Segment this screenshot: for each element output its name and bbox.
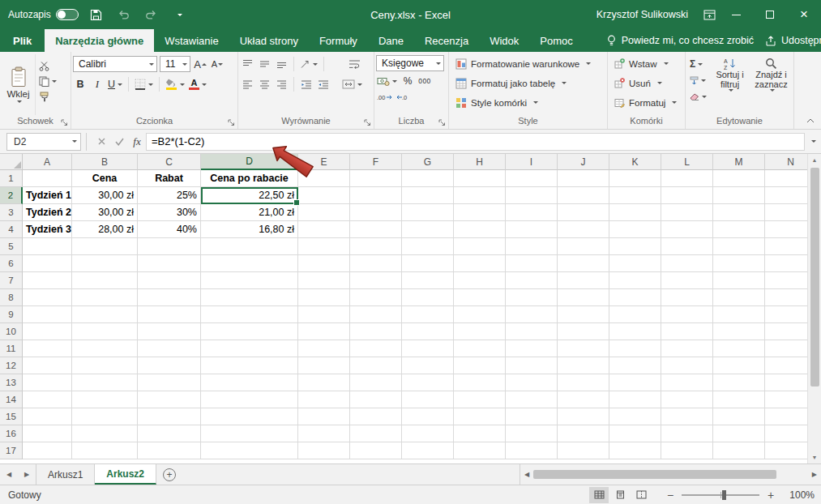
cell-L5[interactable] — [661, 238, 713, 255]
horizontal-scroll-thumb[interactable] — [533, 470, 776, 479]
conditional-formatting-button[interactable]: Formatowanie warunkowe — [451, 54, 605, 73]
cell-E6[interactable] — [298, 255, 350, 272]
cell-M3[interactable] — [713, 204, 765, 221]
cell-C13[interactable] — [138, 374, 201, 391]
increase-decimal-button[interactable]: .00 — [376, 89, 393, 105]
cell-C3[interactable]: 30% — [138, 204, 201, 221]
cell-A7[interactable] — [23, 272, 72, 289]
cell-L9[interactable] — [661, 306, 713, 323]
cell-D1[interactable]: Cena po rabacie — [201, 170, 298, 187]
align-middle-button[interactable] — [257, 56, 272, 72]
cell-K10[interactable] — [609, 323, 661, 340]
cell-N1[interactable] — [765, 170, 807, 187]
align-bottom-button[interactable] — [274, 56, 289, 72]
cell-D9[interactable] — [201, 306, 298, 323]
cell-E15[interactable] — [298, 408, 350, 425]
alignment-dialog-launcher[interactable] — [362, 117, 372, 127]
borders-button[interactable] — [134, 76, 154, 92]
clear-button[interactable] — [690, 90, 707, 103]
cell-K1[interactable] — [609, 170, 661, 187]
tab-review[interactable]: Recenzja — [414, 29, 479, 52]
scroll-down-icon[interactable]: ▼ — [812, 451, 818, 463]
cell-M5[interactable] — [713, 238, 765, 255]
row-header-16[interactable]: 16 — [0, 425, 23, 442]
tab-view[interactable]: Widok — [479, 29, 529, 52]
row-header-17[interactable]: 17 — [0, 442, 23, 459]
column-header-I[interactable]: I — [506, 154, 558, 170]
row-header-2[interactable]: 2 — [0, 187, 23, 204]
cell-H6[interactable] — [454, 255, 506, 272]
cell-D5[interactable] — [201, 238, 298, 255]
cell-I17[interactable] — [506, 442, 558, 459]
cell-I8[interactable] — [506, 289, 558, 306]
cell-styles-button[interactable]: Style komórki — [451, 93, 605, 112]
zoom-out-button[interactable]: − — [664, 489, 677, 502]
cell-B15[interactable] — [72, 408, 138, 425]
cell-L6[interactable] — [661, 255, 713, 272]
cell-H11[interactable] — [454, 340, 506, 357]
cell-M17[interactable] — [713, 442, 765, 459]
cell-L11[interactable] — [661, 340, 713, 357]
cell-M12[interactable] — [713, 357, 765, 374]
zoom-slider[interactable] — [682, 494, 759, 496]
cell-L7[interactable] — [661, 272, 713, 289]
cell-A15[interactable] — [23, 408, 72, 425]
cell-B11[interactable] — [72, 340, 138, 357]
cell-D13[interactable] — [201, 374, 298, 391]
cell-F5[interactable] — [350, 238, 402, 255]
cell-G4[interactable] — [402, 221, 454, 238]
cell-M4[interactable] — [713, 221, 765, 238]
cell-I15[interactable] — [506, 408, 558, 425]
cell-C12[interactable] — [138, 357, 201, 374]
name-box[interactable]: D2 — [6, 133, 81, 151]
tab-data[interactable]: Dane — [368, 29, 414, 52]
page-break-view-button[interactable] — [631, 487, 651, 503]
column-header-G[interactable]: G — [402, 154, 454, 170]
cell-K6[interactable] — [609, 255, 661, 272]
cut-button[interactable] — [39, 59, 57, 72]
cell-L1[interactable] — [661, 170, 713, 187]
cell-G9[interactable] — [402, 306, 454, 323]
hscroll-right-icon[interactable]: ▶ — [808, 471, 821, 478]
cell-E13[interactable] — [298, 374, 350, 391]
cell-N6[interactable] — [765, 255, 807, 272]
insert-function-button[interactable]: fx — [128, 133, 146, 151]
zoom-in-button[interactable]: + — [764, 489, 777, 502]
tab-file[interactable]: Plik — [0, 29, 45, 52]
cell-F16[interactable] — [350, 425, 402, 442]
cell-D14[interactable] — [201, 391, 298, 408]
cell-F1[interactable] — [350, 170, 402, 187]
vertical-scrollbar[interactable]: ▲ ▼ — [807, 154, 821, 463]
cell-F6[interactable] — [350, 255, 402, 272]
cell-M9[interactable] — [713, 306, 765, 323]
cell-B12[interactable] — [72, 357, 138, 374]
cell-F10[interactable] — [350, 323, 402, 340]
cell-D12[interactable] — [201, 357, 298, 374]
cell-C11[interactable] — [138, 340, 201, 357]
cell-J17[interactable] — [558, 442, 609, 459]
cell-C6[interactable] — [138, 255, 201, 272]
cell-E4[interactable] — [298, 221, 350, 238]
cell-M11[interactable] — [713, 340, 765, 357]
cell-D17[interactable] — [201, 442, 298, 459]
cell-M1[interactable] — [713, 170, 765, 187]
cell-D2[interactable]: 22,50 zł — [201, 187, 298, 204]
autosum-button[interactable]: Σ — [690, 58, 707, 70]
cell-B5[interactable] — [72, 238, 138, 255]
cell-D8[interactable] — [201, 289, 298, 306]
cell-G2[interactable] — [402, 187, 454, 204]
cell-N3[interactable] — [765, 204, 807, 221]
cell-K2[interactable] — [609, 187, 661, 204]
cell-H4[interactable] — [454, 221, 506, 238]
cell-I12[interactable] — [506, 357, 558, 374]
decrease-font-size-button[interactable]: A — [210, 56, 224, 72]
cell-J14[interactable] — [558, 391, 609, 408]
cell-F9[interactable] — [350, 306, 402, 323]
cell-G14[interactable] — [402, 391, 454, 408]
cell-D15[interactable] — [201, 408, 298, 425]
cell-N17[interactable] — [765, 442, 807, 459]
column-header-F[interactable]: F — [350, 154, 402, 170]
tab-insert[interactable]: Wstawianie — [154, 29, 229, 52]
cell-H9[interactable] — [454, 306, 506, 323]
cell-D4[interactable]: 16,80 zł — [201, 221, 298, 238]
